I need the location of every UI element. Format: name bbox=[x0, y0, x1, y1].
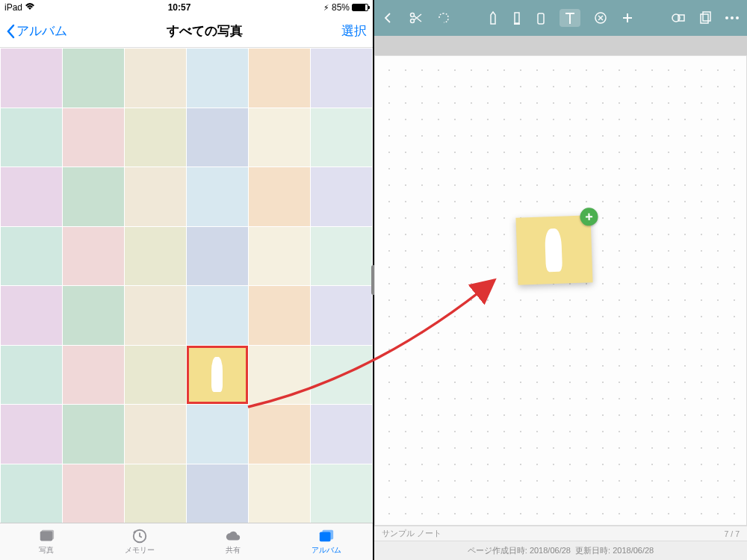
photo-thumb[interactable] bbox=[311, 227, 372, 286]
photo-thumb[interactable] bbox=[125, 227, 186, 286]
pen-icon[interactable] bbox=[488, 10, 498, 25]
photo-thumb[interactable] bbox=[187, 49, 248, 108]
cloud-tab-icon bbox=[224, 528, 242, 544]
photo-thumb[interactable] bbox=[125, 405, 186, 464]
tab-label: 写真 bbox=[39, 545, 54, 556]
note-meta: ページ作成日時: 2018/06/28 更新日時: 2018/06/28 bbox=[374, 541, 747, 560]
page-title: すべての写真 bbox=[167, 22, 243, 40]
meta-text: ページ作成日時: 2018/06/28 更新日時: 2018/06/28 bbox=[468, 545, 654, 556]
clear-icon[interactable] bbox=[594, 11, 607, 25]
note-footer: サンプル ノート 7 / 7 bbox=[374, 526, 747, 541]
photo-thumb[interactable] bbox=[311, 49, 372, 108]
svg-point-16 bbox=[731, 16, 734, 19]
svg-rect-8 bbox=[514, 23, 520, 25]
photo-thumb[interactable] bbox=[249, 464, 310, 523]
photo-thumb[interactable] bbox=[1, 405, 62, 464]
photo-thumb[interactable] bbox=[125, 286, 186, 345]
photo-thumb-selected[interactable] bbox=[187, 346, 248, 405]
photo-thumb[interactable] bbox=[249, 167, 310, 226]
wifi-icon bbox=[25, 2, 35, 13]
battery-pct: 85% bbox=[332, 2, 350, 13]
photo-thumb[interactable] bbox=[63, 464, 124, 523]
add-icon[interactable] bbox=[621, 11, 634, 25]
photo-thumb[interactable] bbox=[125, 108, 186, 167]
back-button[interactable]: アルバム bbox=[6, 22, 67, 40]
svg-rect-14 bbox=[703, 12, 710, 21]
photo-thumb[interactable] bbox=[249, 405, 310, 464]
photo-thumb[interactable] bbox=[187, 227, 248, 286]
charging-icon: ⚡︎ bbox=[323, 3, 329, 13]
photo-thumb[interactable] bbox=[63, 346, 124, 405]
tab-label: メモリー bbox=[125, 545, 155, 556]
photo-thumb[interactable] bbox=[1, 167, 62, 226]
photo-thumb[interactable] bbox=[311, 167, 372, 226]
photo-thumb[interactable] bbox=[311, 405, 372, 464]
tab-label: 共有 bbox=[226, 545, 241, 556]
tab-albums[interactable]: アルバム bbox=[279, 523, 373, 560]
svg-rect-4 bbox=[322, 530, 333, 540]
memories-tab-icon bbox=[131, 528, 149, 544]
note-subtoolbar bbox=[374, 36, 747, 55]
back-label: アルバム bbox=[16, 22, 67, 40]
status-bar: iPad 10:57 ⚡︎ 85% bbox=[0, 0, 373, 15]
more-icon[interactable] bbox=[725, 16, 740, 20]
svg-rect-13 bbox=[701, 14, 708, 23]
photo-thumb[interactable] bbox=[187, 167, 248, 226]
tab-memories[interactable]: メモリー bbox=[93, 523, 187, 560]
photo-thumb[interactable] bbox=[249, 49, 310, 108]
photo-thumb[interactable] bbox=[1, 464, 62, 523]
svg-rect-1 bbox=[42, 530, 55, 540]
note-canvas[interactable]: + bbox=[374, 55, 747, 526]
photo-thumb[interactable] bbox=[125, 49, 186, 108]
albums-tab-icon bbox=[317, 528, 335, 544]
photo-thumb[interactable] bbox=[311, 346, 372, 405]
dropped-image[interactable]: + bbox=[515, 215, 592, 284]
photo-thumb[interactable] bbox=[1, 49, 62, 108]
photo-thumb[interactable] bbox=[125, 464, 186, 523]
photo-thumb[interactable] bbox=[1, 227, 62, 286]
photo-thumb[interactable] bbox=[63, 227, 124, 286]
photo-thumb[interactable] bbox=[187, 464, 248, 523]
photo-thumb[interactable] bbox=[311, 286, 372, 345]
photo-thumb[interactable] bbox=[187, 108, 248, 167]
photo-thumb[interactable] bbox=[311, 108, 372, 167]
text-tool-icon[interactable] bbox=[560, 9, 580, 27]
photo-thumb[interactable] bbox=[187, 286, 248, 345]
photo-thumb[interactable] bbox=[125, 346, 186, 405]
add-badge: + bbox=[580, 208, 598, 226]
photo-thumb[interactable] bbox=[63, 405, 124, 464]
photo-thumb[interactable] bbox=[63, 108, 124, 167]
eraser-icon[interactable] bbox=[536, 10, 546, 25]
photo-thumb[interactable] bbox=[249, 346, 310, 405]
photo-grid[interactable] bbox=[0, 48, 373, 523]
photo-thumb[interactable] bbox=[63, 49, 124, 108]
photos-tab-icon bbox=[37, 528, 55, 544]
photo-thumb[interactable] bbox=[63, 286, 124, 345]
tab-bar: 写真 メモリー 共有 アルバム bbox=[0, 523, 373, 560]
tab-shared[interactable]: 共有 bbox=[187, 523, 280, 560]
shape-icon[interactable] bbox=[671, 11, 686, 25]
pages-icon[interactable] bbox=[699, 11, 711, 25]
tab-photos[interactable]: 写真 bbox=[0, 523, 93, 560]
highlighter-icon[interactable] bbox=[512, 10, 522, 25]
photo-thumb[interactable] bbox=[311, 464, 372, 523]
photo-thumb[interactable] bbox=[63, 167, 124, 226]
photo-thumb[interactable] bbox=[1, 108, 62, 167]
note-title: サンプル ノート bbox=[382, 529, 441, 539]
back-icon[interactable] bbox=[382, 11, 395, 25]
tab-label: アルバム bbox=[311, 545, 341, 556]
photo-thumb[interactable] bbox=[1, 346, 62, 405]
photo-thumb[interactable] bbox=[187, 405, 248, 464]
photo-thumb[interactable] bbox=[249, 108, 310, 167]
photo-thumb[interactable] bbox=[125, 167, 186, 226]
photo-thumb[interactable] bbox=[1, 286, 62, 345]
photos-navbar: アルバム すべての写真 選択 bbox=[0, 15, 373, 48]
photo-thumb[interactable] bbox=[249, 227, 310, 286]
chevron-left-icon bbox=[6, 24, 15, 39]
scissors-icon[interactable] bbox=[409, 11, 424, 25]
select-button[interactable]: 選択 bbox=[341, 22, 367, 40]
photo-thumb[interactable] bbox=[249, 286, 310, 345]
lasso-icon[interactable] bbox=[437, 11, 450, 25]
svg-rect-9 bbox=[538, 13, 544, 24]
note-toolbar bbox=[374, 0, 747, 36]
